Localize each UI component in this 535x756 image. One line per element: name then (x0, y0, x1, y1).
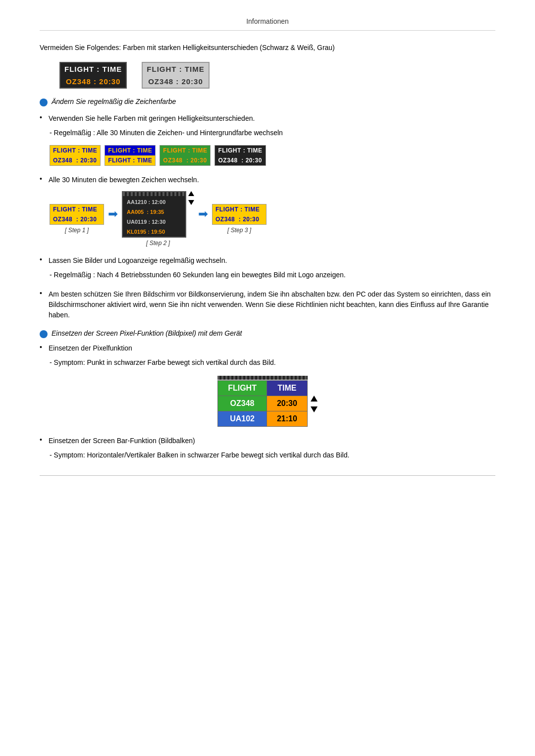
dark-label: FLIGHT : TIME (64, 65, 122, 73)
intro-text: Vermeiden Sie Folgendes: Farben mit star… (40, 43, 495, 53)
scrambled-line3: UA0119 : 12:30 (123, 217, 185, 227)
scrambled-line4: KL0195 : 19:50 (123, 227, 185, 237)
pt-r1c1: OZ348 (218, 396, 267, 411)
bullet-3-main: • Lassen Sie Bilder und Logoanzeige rege… (40, 255, 495, 266)
bullet-4-main: • Am besten schützen Sie Ihren Bildschir… (40, 289, 495, 320)
step2-container: AA1210 : 12:00 AA005 : 19:35 UA0119 : 12… (122, 191, 194, 238)
bullet-section-3: • Lassen Sie Bilder und Logoanzeige rege… (40, 255, 495, 280)
step-3-box: FLIGHT : TIME OZ348 : 20:30 [ Step 3 ] (212, 204, 267, 234)
scrambled-line1: AA1210 : 12:00 (123, 197, 185, 207)
scrambled-line2: AA005 : 19:35 (123, 207, 185, 217)
bullet-pixel-dot-2: • (40, 436, 45, 446)
bullet-pixel-2: • Einsetzen der Screen Bar-Funktion (Bil… (40, 436, 495, 460)
bullet-dot-2: • (40, 175, 45, 185)
light-box-value-row: OZ348 : 20:30 (143, 75, 208, 88)
sub-pixel-text-1: - Symptom: Punkt in schwarzer Farbe bewe… (50, 358, 276, 366)
bullet-2-text: Alle 30 Minuten die bewegten Zeichen wec… (49, 175, 199, 185)
sub-indent-3: - Regelmäßig : Nach 4 Betriebsstunden 60… (50, 270, 495, 280)
arrow-1-icon: ➡ (108, 207, 118, 221)
step1-label: [ Step 1 ] (65, 227, 89, 234)
step-2-box: AA1210 : 12:00 AA005 : 19:35 UA0119 : 12… (122, 191, 194, 247)
pixel-table-header-row: FLIGHT TIME (218, 381, 308, 396)
dark-box-value-row: OZ348 : 20:30 (60, 75, 126, 88)
dotted-top-bar (217, 376, 308, 380)
pixel-table-container: FLIGHT TIME OZ348 20:30 UA102 21:10 (40, 376, 495, 427)
dark-box-label-row: FLIGHT : TIME (60, 63, 126, 75)
bullet-pixel-1: • Einsetzen der Pixelfunktion - Symptom:… (40, 343, 495, 427)
sub-pixel-1: - Symptom: Punkt in schwarzer Farbe bewe… (50, 357, 495, 368)
pixel-table-row-1: OZ348 20:30 (218, 396, 308, 411)
bullet-pixel-2-text: Einsetzen der Screen Bar-Funktion (Bildb… (49, 436, 195, 446)
pt-r2c2: 21:10 (267, 411, 307, 427)
bullet-1-main: • Verwenden Sie helle Farben mit geringe… (40, 113, 495, 124)
step2-scrambled-box: AA1210 : 12:00 AA005 : 19:35 UA0119 : 12… (122, 191, 186, 238)
flight-time-dark-box: FLIGHT : TIME OZ348 : 20:30 (59, 62, 127, 89)
pt-col1-header: FLIGHT (218, 381, 267, 396)
change-color-heading: Ändern Sie regelmäßig die Zeichenfarbe (52, 98, 176, 105)
sub-indent-1: - Regelmäßig : Alle 30 Minuten die Zeich… (50, 128, 495, 138)
bullet-dot-3: • (40, 255, 45, 266)
step3-label: [ Step 3 ] (227, 227, 251, 234)
bullet-1-text: Verwenden Sie helle Farben mit geringen … (49, 113, 255, 124)
light-box-label-row: FLIGHT : TIME (143, 63, 208, 75)
scroll-up-arrow (188, 191, 194, 196)
bullet-pixel-1-text: Einsetzen der Pixelfunktion (49, 343, 132, 353)
light-value: OZ348 : 20:30 (148, 77, 203, 86)
light-label: FLIGHT : TIME (147, 65, 204, 73)
bullet-3-text: Lassen Sie Bilder und Logoanzeige regelm… (49, 255, 227, 266)
sub-text-3: - Regelmäßig : Nach 4 Betriebsstunden 60… (50, 271, 346, 279)
pt-r1c2: 20:30 (267, 396, 307, 411)
dotted-bar (123, 192, 185, 196)
pixel-side-arrows (311, 396, 318, 412)
bullet-dot-1: • (40, 113, 45, 124)
pixel-heading: Einsetzen der Screen Pixel-Funktion (Bil… (52, 329, 242, 337)
step2-label: [ Step 2 ] (146, 240, 170, 247)
cv2-row1: FLIGHT : TIME (105, 146, 155, 155)
cv1-row1: FLIGHT : TIME (50, 146, 100, 155)
cv3-row1: FLIGHT : TIME (160, 146, 210, 155)
blue-circle-icon (40, 99, 48, 106)
pixel-table-row-2: UA102 21:10 (218, 411, 308, 427)
cv1-row2: OZ348 : 20:30 (50, 155, 100, 165)
color-variant-1: FLIGHT : TIME OZ348 : 20:30 (50, 145, 101, 166)
bullet-section-1: • Verwenden Sie helle Farben mit geringe… (40, 113, 495, 166)
dark-value: OZ348 : 20:30 (66, 77, 121, 86)
arrow-2-icon: ➡ (198, 207, 208, 221)
bullet-dot-4: • (40, 289, 45, 320)
scroll-down-arrow (188, 200, 194, 205)
bullet-4-text: Am besten schützen Sie Ihren Bildschirm … (49, 289, 495, 320)
blue-circle-icon-2 (40, 330, 48, 338)
page-divider (40, 475, 495, 476)
bullet-section-4: • Am besten schützen Sie Ihren Bildschir… (40, 289, 495, 320)
bullet-pixel-dot-1: • (40, 343, 45, 353)
pixel-table-wrapper: FLIGHT TIME OZ348 20:30 UA102 21:10 (217, 376, 308, 427)
sub-pixel-text-2: - Symptom: Horizontaler/Vertikaler Balke… (50, 451, 349, 459)
flight-time-light-box: FLIGHT : TIME OZ348 : 20:30 (142, 62, 209, 89)
step3-ft-box: FLIGHT : TIME OZ348 : 20:30 (212, 204, 267, 225)
step-demo-row: FLIGHT : TIME OZ348 : 20:30 [ Step 1 ] ➡… (50, 191, 495, 247)
color-demo-row: FLIGHT : TIME OZ348 : 20:30 FLIGHT : TIM… (50, 145, 495, 166)
color-variant-4: FLIGHT : TIME OZ348 : 20:30 (214, 145, 266, 166)
cv4-row1: FLIGHT : TIME (215, 146, 265, 155)
step1-row1: FLIGHT : TIME (50, 204, 104, 214)
page-title: Informationen (40, 10, 495, 31)
step1-ft-box: FLIGHT : TIME OZ348 : 20:30 (50, 204, 104, 225)
color-variant-2: FLIGHT : TIME FLIGHT : TIME (105, 145, 156, 166)
step3-row1: FLIGHT : TIME (213, 204, 266, 214)
sub-pixel-2: - Symptom: Horizontaler/Vertikaler Balke… (50, 450, 495, 460)
bullet-pixel-2-main: • Einsetzen der Screen Bar-Funktion (Bil… (40, 436, 495, 446)
cv3-row2: OZ348 : 20:30 (160, 155, 210, 165)
pixel-scroll-up (311, 396, 318, 402)
section-pixel-heading: Einsetzen der Screen Pixel-Funktion (Bil… (40, 329, 495, 338)
bullet-pixel-1-main: • Einsetzen der Pixelfunktion (40, 343, 495, 353)
pt-r2c1: UA102 (218, 411, 267, 427)
sub-text-1: - Regelmäßig : Alle 30 Minuten die Zeich… (50, 129, 283, 137)
bullet-2-main: • Alle 30 Minuten die bewegten Zeichen w… (40, 175, 495, 185)
color-variant-3: FLIGHT : TIME OZ348 : 20:30 (160, 145, 211, 166)
page-container: Informationen Vermeiden Sie Folgendes: F… (0, 0, 535, 496)
side-arrows (188, 191, 194, 238)
cv2-row2: FLIGHT : TIME (105, 155, 155, 165)
step3-row2: OZ348 : 20:30 (213, 214, 266, 224)
bullet-section-2: • Alle 30 Minuten die bewegten Zeichen w… (40, 175, 495, 247)
step-1-box: FLIGHT : TIME OZ348 : 20:30 [ Step 1 ] (50, 204, 104, 234)
